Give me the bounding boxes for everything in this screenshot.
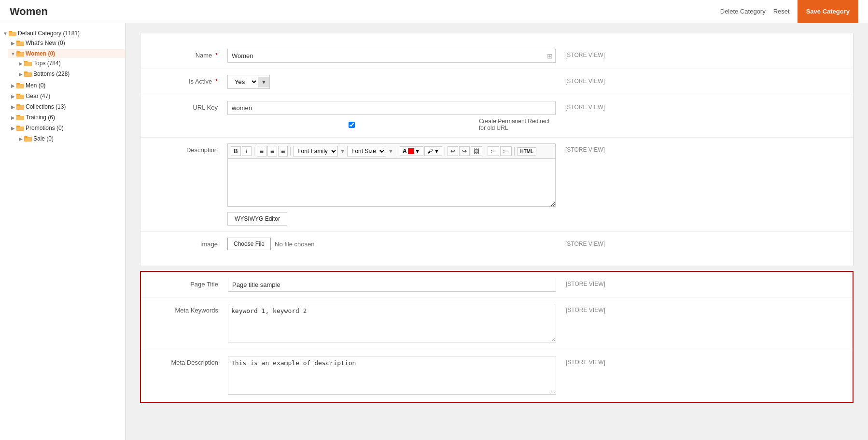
tree-row-gear[interactable]: ▶ Gear (47) (8, 92, 125, 100)
redo-btn[interactable]: ↪ (459, 146, 470, 156)
store-icon: ⊞ (547, 52, 553, 60)
image-row: Image Choose File No file chosen [STORE … (140, 232, 853, 256)
tree-row-training[interactable]: ▶ Training (6) (8, 113, 125, 122)
list-unordered-btn[interactable]: ≔ (488, 146, 499, 156)
tree-toggle-bottoms[interactable]: ▶ (17, 71, 24, 77)
wysiwyg-editor-button[interactable]: WYSIWYG Editor (227, 212, 287, 226)
tree-row-men[interactable]: ▶ Men (0) (8, 81, 125, 90)
image-insert-btn[interactable]: 🖼 (471, 146, 482, 156)
tree-label-training: Training (6) (26, 114, 55, 121)
is-active-chevron[interactable]: ▼ (258, 77, 269, 87)
delete-category-button[interactable]: Delete Category (720, 8, 766, 15)
tree-item-men: ▶ Men (0) (8, 80, 125, 91)
svg-rect-7 (16, 51, 20, 53)
description-store-view: [STORE VIEW] (565, 143, 605, 153)
tree-item-sale: ▶ Sale (0) (8, 133, 125, 144)
tree-row-whats-new[interactable]: ▶ What's New (0) (8, 39, 125, 47)
tree-item-whats-new: ▶ What's New (0) (8, 38, 125, 48)
choose-file-button[interactable]: Choose File (227, 238, 271, 250)
meta-keywords-input[interactable] (228, 304, 556, 342)
tree-toggle-promotions[interactable]: ▶ (10, 125, 16, 131)
tree-row-bottoms[interactable]: ▶ Bottoms (228) (15, 70, 125, 78)
tree-row-default-category[interactable]: ▼ Default Category (1181) (0, 29, 125, 38)
svg-rect-23 (17, 106, 24, 109)
tree-row-women[interactable]: ▼ Women (0) (8, 49, 125, 58)
align-right-btn[interactable]: ≡ (278, 146, 288, 156)
tree-item-default-category: ▼ Default Category (1181) ▶ (0, 28, 125, 145)
page-title: Women (10, 5, 48, 18)
redirect-label: Create Permanent Redirect for old URL (479, 118, 556, 131)
folder-icon-whats-new (16, 40, 24, 46)
font-family-select[interactable]: Font Family (293, 146, 338, 156)
name-input[interactable] (227, 49, 556, 63)
meta-description-control (228, 356, 556, 396)
tree-row-collections[interactable]: ▶ Collections (13) (8, 102, 125, 111)
meta-description-store-view: [STORE VIEW] (566, 356, 605, 366)
redirect-checkbox[interactable] (227, 122, 476, 128)
tree-row-sale[interactable]: ▶ Sale (0) (15, 134, 125, 143)
svg-rect-13 (24, 71, 28, 73)
svg-rect-31 (24, 136, 28, 138)
align-center-btn[interactable]: ≡ (267, 146, 277, 156)
tree-toggle-default[interactable]: ▼ (2, 30, 9, 37)
name-required-star: * (215, 52, 218, 59)
tree-row-promotions[interactable]: ▶ Promotions (0) (8, 124, 125, 132)
url-key-label: URL Key (150, 101, 227, 111)
image-store-view: [STORE VIEW] (565, 238, 605, 247)
toolbar-divider-5 (485, 147, 485, 156)
font-size-chevron: ▼ (387, 148, 394, 154)
folder-icon-men (16, 83, 24, 88)
folder-icon-training (16, 114, 24, 120)
is-active-store-view: [STORE VIEW] (565, 75, 605, 85)
tree-toggle-collections[interactable]: ▶ (10, 103, 16, 110)
description-editor[interactable] (227, 158, 556, 207)
content-area: Name * ⊞ [STORE VIEW] Is Active * (126, 23, 868, 440)
top-bar-actions: Delete Category Reset Save Category (720, 0, 858, 23)
is-active-row: Is Active * Yes No ▼ [STORE VIE (140, 69, 853, 95)
tree-toggle-training[interactable]: ▶ (10, 114, 16, 121)
tree-toggle-sale[interactable]: ▶ (17, 135, 24, 142)
tree-toggle-gear[interactable]: ▶ (10, 93, 16, 99)
font-size-select[interactable]: Font Size (347, 146, 386, 156)
italic-btn[interactable]: I (242, 146, 252, 156)
font-family-chevron: ▼ (339, 148, 346, 154)
url-key-control: Create Permanent Redirect for old URL (227, 101, 556, 131)
tree-toggle-women[interactable]: ▼ (10, 50, 16, 57)
description-row: Description B I ≡ ≡ ≡ Font Family ▼ (140, 138, 853, 232)
folder-icon-promotions (16, 125, 24, 131)
highlight-icon: 🖌 (427, 148, 433, 155)
highlight-color-btn[interactable]: 🖌 ▼ (424, 146, 443, 156)
category-form: Name * ⊞ [STORE VIEW] Is Active * (140, 33, 854, 266)
svg-rect-19 (16, 94, 20, 95)
svg-rect-1 (9, 31, 12, 32)
url-key-input[interactable] (227, 101, 556, 115)
list-ordered-btn[interactable]: ≔ (500, 146, 512, 156)
tree-item-promotions: ▶ Promotions (0) (8, 123, 125, 133)
no-file-text: No file chosen (275, 241, 314, 248)
tree-toggle-men[interactable]: ▶ (10, 82, 16, 89)
bold-btn[interactable]: B (231, 146, 241, 156)
tree-label-collections: Collections (13) (26, 103, 66, 110)
meta-description-input[interactable] (228, 356, 556, 395)
tree-toggle-tops[interactable]: ▶ (17, 60, 24, 67)
is-active-required-star: * (215, 78, 218, 85)
tree-label-sale: Sale (0) (33, 135, 54, 142)
page-title-control (228, 278, 556, 292)
svg-rect-2 (9, 32, 16, 36)
page-title-input[interactable] (228, 278, 556, 292)
html-btn[interactable]: HTML (517, 147, 536, 156)
font-color-btn[interactable]: A ▼ (400, 146, 423, 156)
reset-button[interactable]: Reset (773, 8, 790, 15)
svg-rect-25 (16, 115, 20, 116)
tree-item-women: ▼ Women (0) (8, 48, 125, 80)
tree-toggle-whats-new[interactable]: ▶ (10, 40, 16, 46)
description-toolbar: B I ≡ ≡ ≡ Font Family ▼ Font Size (227, 143, 556, 158)
meta-description-label: Meta Description (151, 356, 228, 366)
save-category-button[interactable]: Save Category (798, 0, 858, 23)
name-label: Name * (150, 49, 227, 59)
undo-btn[interactable]: ↩ (448, 146, 458, 156)
tree-label-women: Women (0) (26, 50, 55, 57)
is-active-select[interactable]: Yes No (228, 75, 258, 88)
tree-row-tops[interactable]: ▶ Tops (784) (15, 59, 125, 68)
align-left-btn[interactable]: ≡ (257, 146, 266, 156)
